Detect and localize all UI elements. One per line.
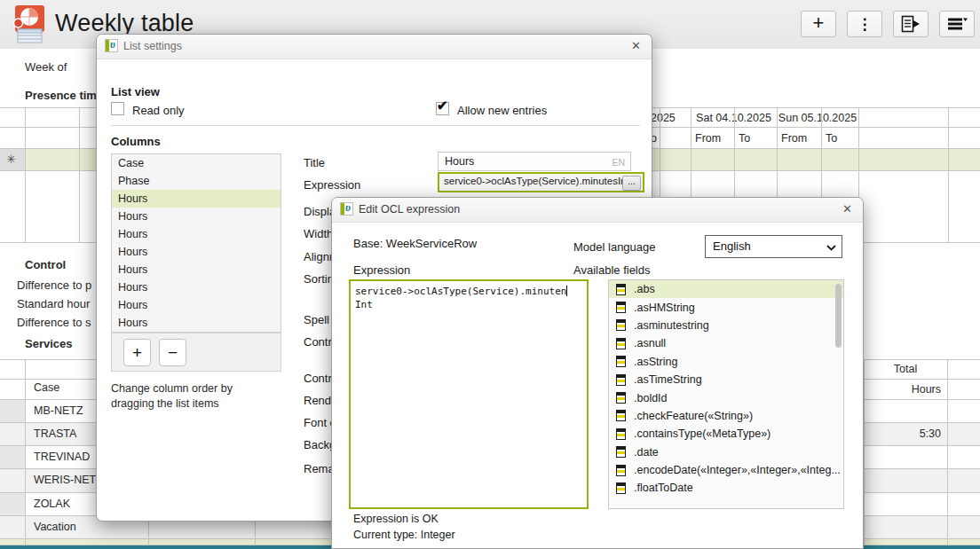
from-header: From [695, 132, 721, 145]
expression-field[interactable]: service0->oclAsType(Service).minutesIn .… [438, 172, 644, 192]
case-header: Case [34, 381, 59, 394]
column-item[interactable]: Hours [112, 314, 281, 332]
field-icon [616, 446, 626, 458]
app-logo-icon [11, 5, 48, 44]
view-menu-button[interactable] [939, 11, 975, 37]
control-item: Difference to p [17, 278, 91, 292]
field-icon [616, 465, 626, 476]
control-heading: Control [25, 258, 66, 271]
list-toolbar: + − [111, 333, 281, 372]
text-caret [566, 286, 567, 296]
case-cell[interactable]: WERIS-NET [34, 474, 96, 486]
field-icon [616, 284, 626, 295]
column-item[interactable]: Hours [112, 243, 281, 261]
model-language-select[interactable]: English [705, 235, 842, 258]
field-label: .checkFeature(«String») [634, 410, 753, 422]
title-input[interactable]: Hours EN [438, 152, 631, 171]
column-item[interactable]: Hours [112, 261, 281, 278]
field-item[interactable]: .asnull [609, 334, 843, 352]
field-label: .asString [634, 356, 677, 368]
field-item[interactable]: .encodeDate(«Integer»,«Integer»,«Integ..… [609, 461, 843, 479]
dialog-title: Edit OCL expression [359, 203, 460, 216]
to-header: To [826, 132, 837, 145]
total-hours-cell[interactable]: 5:30 [864, 427, 941, 440]
field-icon [616, 482, 626, 494]
field-item[interactable]: .boldId [609, 388, 843, 406]
plus-icon: + [813, 12, 825, 35]
read-only-checkbox[interactable]: ✔ [111, 102, 124, 115]
case-cell[interactable]: ZOLAK [34, 498, 70, 510]
field-item[interactable]: .asminutestring [609, 317, 843, 334]
field-label: .asminutestring [634, 319, 709, 332]
field-label: .asnull [634, 337, 666, 349]
app-dialog-icon: υ [340, 202, 353, 216]
model-language-label: Model language [573, 240, 656, 254]
grid-line [948, 107, 949, 242]
row-selector-cell[interactable]: ✳ [0, 148, 25, 170]
field-item[interactable]: .asTimeString [609, 371, 843, 388]
scrollbar-thumb[interactable] [835, 284, 842, 348]
case-cell[interactable]: TREVINAD [34, 451, 90, 463]
available-fields-label: Available fields [573, 263, 650, 277]
case-cell[interactable]: Vacation [34, 521, 76, 533]
field-item[interactable]: .abs [609, 280, 843, 298]
kebab-menu-icon: ⋮ [858, 15, 873, 34]
list-view-heading: List view [111, 85, 160, 98]
report-icon [901, 15, 921, 33]
field-item[interactable]: .date [609, 443, 843, 461]
field-label: .containsType(«MetaType») [634, 427, 771, 440]
remove-column-button[interactable]: − [159, 339, 186, 366]
case-cell[interactable]: TRASTA [34, 427, 76, 440]
field-label: .asTimeString [634, 373, 702, 386]
field-label: .abs [634, 283, 655, 295]
control-item: Standard hour [17, 297, 90, 310]
ocl-expression-textarea[interactable]: service0->oclAsType(Service).minutenInt [349, 279, 589, 509]
close-icon[interactable]: ✕ [631, 39, 641, 52]
add-column-button[interactable]: + [123, 339, 151, 366]
expression-edit-button[interactable]: ... [622, 176, 641, 191]
form-label: Expression [304, 178, 360, 192]
column-order-hint: Change column order by dragging the list… [111, 381, 253, 412]
grid-line [79, 107, 80, 242]
field-item[interactable]: .containsType(«MetaType») [609, 425, 843, 443]
case-cell[interactable]: MB-NETZ [34, 404, 83, 417]
more-options-button[interactable]: ⋮ [847, 11, 882, 37]
field-item[interactable]: .asString [609, 353, 843, 371]
field-icon [616, 319, 626, 331]
read-only-label: Read only [132, 104, 185, 117]
field-item[interactable]: .checkFeature(«String») [609, 407, 843, 425]
column-item[interactable]: Hours [112, 208, 281, 225]
check-icon: ✔ [437, 98, 448, 114]
columns-list: CasePhaseHoursHoursHoursHoursHoursHoursH… [111, 153, 281, 333]
available-fields-list: .abs.asHMString.asminutestring.asnull.as… [608, 279, 844, 509]
dialog-title: List settings [123, 40, 182, 52]
dialog-titlebar[interactable]: υ List settings ✕ [97, 35, 652, 59]
field-icon [616, 338, 626, 349]
field-label: .asHMString [634, 302, 695, 314]
control-item: Difference to s [17, 316, 91, 329]
add-button[interactable]: + [801, 11, 836, 37]
column-item[interactable]: Hours [112, 296, 281, 314]
field-item[interactable]: .asHMString [609, 298, 843, 316]
form-label: Width [304, 227, 333, 240]
current-type-status: Current type: Integer [353, 529, 455, 541]
field-label: .date [634, 446, 659, 459]
close-icon[interactable]: ✕ [842, 202, 852, 216]
column-item[interactable]: Case [112, 154, 281, 172]
expression-label: Expression [353, 263, 410, 277]
new-record-icon: ✳ [6, 153, 16, 166]
expression-value: service0->oclAsType(Service).minutesIn [444, 176, 626, 186]
dialog-titlebar[interactable]: υ Edit OCL expression ✕ [332, 198, 863, 223]
column-item[interactable]: Phase [112, 172, 281, 190]
field-label: .boldId [634, 392, 668, 404]
column-item[interactable]: Hours [112, 225, 281, 243]
report-button[interactable] [893, 11, 929, 37]
column-item[interactable]: Hours [112, 190, 281, 208]
total-header: Total [864, 363, 947, 375]
column-item[interactable]: Hours [112, 278, 281, 296]
presence-time-label: Presence time [25, 89, 103, 102]
field-item[interactable]: .floatToDate [609, 479, 843, 497]
allow-new-entries-checkbox[interactable]: ✔ [436, 102, 449, 115]
hours-header: Hours [864, 383, 941, 396]
form-label: Title [304, 156, 325, 169]
